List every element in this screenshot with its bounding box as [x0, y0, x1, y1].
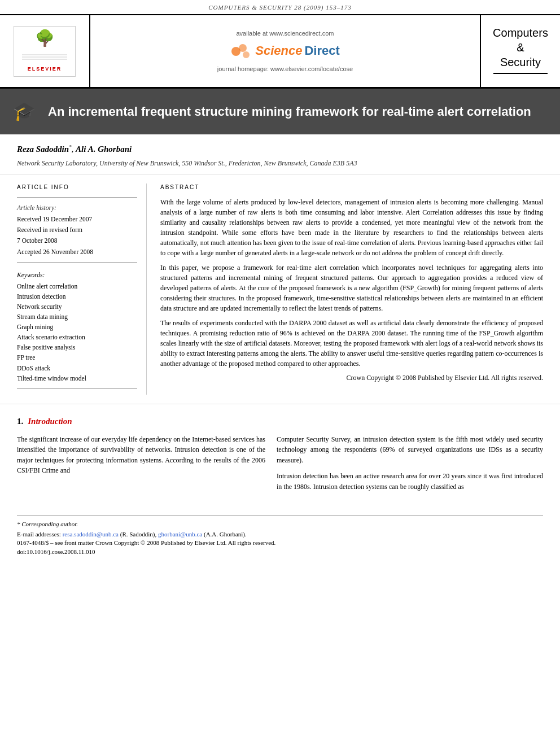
intro-para-right-2: Intrusion detection has been an active r… [277, 471, 543, 492]
banner-middle: available at www.sciencedirect.com Scien… [90, 15, 481, 87]
info-divider-bottom [17, 388, 137, 389]
received-revised: Received in revised form [17, 225, 137, 234]
journal-citation: COMPUTERS & SECURITY 28 (2009) 153–173 [208, 4, 351, 11]
keyword-0: Online alert correlation [17, 282, 137, 291]
revised-date: 7 October 2008 [17, 236, 137, 245]
elsevier-logo-area: 🌳 ELSEVIER [0, 15, 90, 87]
sd-text: Science [255, 42, 302, 60]
intro-para-right-1: Computer Security Survey, an intrusion d… [277, 434, 543, 466]
journal-citation-bar: COMPUTERS & SECURITY 28 (2009) 153–173 [0, 0, 560, 15]
keyword-9: Tilted-time window model [17, 374, 137, 383]
email1-name: (R. Sadoddin), [120, 531, 156, 538]
keyword-7: FP tree [17, 353, 137, 362]
footnote-area: * Corresponding author. E-mail addresses… [17, 515, 543, 557]
elsevier-logo-img: 🌳 ELSEVIER [14, 26, 76, 77]
keyword-2: Network security [17, 302, 137, 311]
abstract-para-2: In this paper, we propose a framework fo… [160, 263, 543, 313]
elsevier-tree-icon: 🌳 [35, 30, 55, 46]
abstract-para-1: With the large volume of alerts produced… [160, 197, 543, 258]
email2-link[interactable]: ghorbani@unb.ca [158, 531, 202, 538]
article-title-section: 🎓 An incremental frequent structure mini… [0, 89, 560, 134]
sd-text2: Direct [304, 42, 339, 60]
cs-divider [493, 73, 548, 74]
elsevier-brand-text: ELSEVIER [28, 65, 62, 73]
svg-point-4 [239, 44, 247, 52]
keyword-5: Attack scenario extraction [17, 333, 137, 342]
keywords-section: Keywords: Online alert correlation Intru… [17, 270, 137, 383]
sd-circles-icon [230, 42, 253, 60]
abstract-title: ABSTRACT [160, 184, 543, 191]
section-layout: The significant increase of our everyday… [17, 434, 543, 498]
svg-point-5 [243, 51, 250, 58]
email1-link[interactable]: resa.sadoddin@unb.ca [63, 531, 119, 538]
intro-text-left: The significant increase of our everyday… [17, 434, 265, 476]
email-footnote: E-mail addresses: resa.sadoddin@unb.ca (… [17, 530, 543, 539]
keywords-label: Keywords: [17, 270, 137, 279]
accepted: Accepted 26 November 2008 [17, 247, 137, 256]
article-title: An incremental frequent structure mining… [48, 104, 531, 120]
abstract-text: With the large volume of alerts produced… [160, 197, 543, 369]
sd-logo-svg [230, 42, 253, 60]
issn-note: 0167-4048/$ – see front matter Crown Cop… [17, 539, 543, 547]
elsevier-decorative-lines [19, 46, 70, 63]
keyword-3: Stream data mining [17, 312, 137, 321]
keyword-1: Intrusion detection [17, 292, 137, 301]
introduction-section: 1. Introduction The significant increase… [0, 404, 560, 509]
received1: Received 19 December 2007 [17, 215, 137, 224]
section-1-heading: 1. Introduction [17, 416, 543, 427]
keyword-4: Graph mining [17, 322, 137, 331]
authors-line: Reza Sadoddin*, Ali A. Ghorbani [17, 143, 543, 155]
article-info-column: ARTICLE INFO Article history: Received 1… [17, 184, 147, 395]
section-title: Introduction [28, 416, 72, 427]
journal-homepage-text: journal homepage: www.elsevier.com/locat… [217, 65, 353, 73]
info-divider-mid [17, 262, 137, 263]
sciencedirect-logo: ScienceDirect [230, 42, 340, 60]
intro-right-column: Computer Security Survey, an intrusion d… [277, 434, 543, 498]
affiliation-text: Network Security Laboratory, University … [17, 159, 543, 168]
section-number: 1. [17, 416, 23, 427]
author2: Ali A. Ghorbani [76, 145, 132, 154]
abstract-section: ABSTRACT With the large volume of alerts… [158, 184, 543, 395]
doi-note: doi:10.1016/j.cose.2008.11.010 [17, 548, 543, 556]
abstract-para-3: The results of experiments conducted wit… [160, 318, 543, 369]
keyword-6: False positive analysis [17, 343, 137, 352]
author1: Reza Sadoddin [17, 145, 69, 154]
email-label: E-mail addresses: [17, 531, 61, 538]
corresponding-author-note: * Corresponding author. [17, 520, 543, 528]
intro-para-left-1: The significant increase of our everyday… [17, 434, 265, 476]
article-icon-area: 🎓 [11, 99, 37, 124]
copyright-line: Crown Copyright © 2008 Published by Else… [160, 373, 543, 383]
corresponding-marker: * [69, 144, 72, 150]
cs-title: Computers & Security [493, 25, 548, 69]
email2-name: (A.A. Ghorbani). [204, 531, 247, 538]
journal-banner: 🌳 ELSEVIER available at www.sciencedirec… [0, 15, 560, 89]
history-label: Article history: [17, 203, 137, 212]
computers-security-branding: Computers & Security [481, 15, 560, 87]
info-divider-top [17, 197, 137, 198]
intro-left-column: The significant increase of our everyday… [17, 434, 265, 498]
authors-section: Reza Sadoddin*, Ali A. Ghorbani Network … [0, 134, 560, 174]
available-at-text: available at www.sciencedirect.com [236, 29, 334, 38]
article-info-title: ARTICLE INFO [17, 184, 137, 191]
intro-text-right: Computer Security Survey, an intrusion d… [277, 434, 543, 492]
keyword-8: DDoS attack [17, 364, 137, 373]
article-body: ARTICLE INFO Article history: Received 1… [0, 174, 560, 404]
mortarboard-icon: 🎓 [13, 99, 36, 124]
